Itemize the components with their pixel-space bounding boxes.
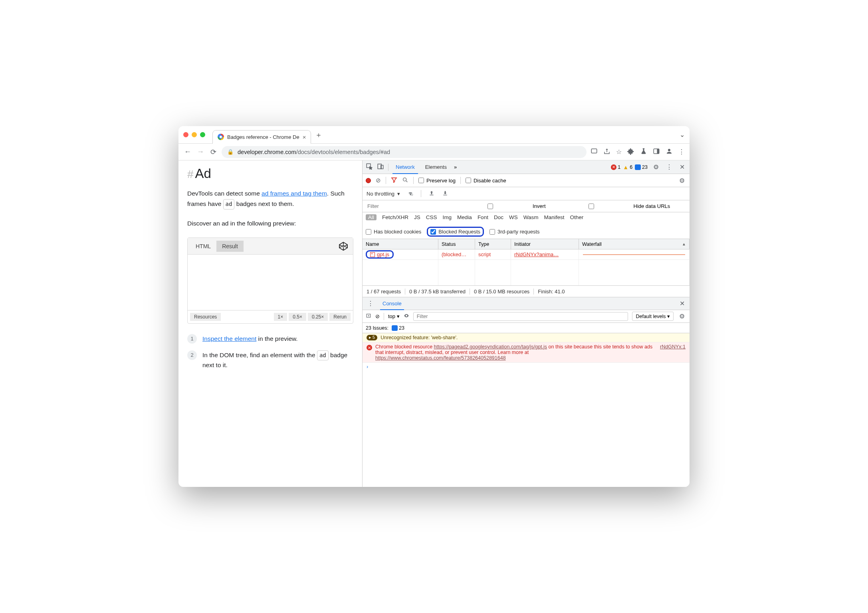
tabs-chevron-down-icon[interactable]: ⌄ bbox=[680, 131, 685, 138]
filter-wasm[interactable]: Wasm bbox=[523, 214, 539, 220]
network-settings-icon[interactable]: ⚙ bbox=[678, 177, 686, 184]
extensions-puzzle-icon[interactable] bbox=[627, 148, 634, 156]
settings-gear-icon[interactable]: ⚙ bbox=[652, 163, 660, 171]
sidepanel-icon[interactable] bbox=[653, 148, 660, 156]
filter-img[interactable]: Img bbox=[443, 214, 452, 220]
console-menu-icon[interactable]: ⋮ bbox=[366, 300, 375, 307]
context-select[interactable]: top ▾ bbox=[388, 313, 400, 319]
devtools-menu-icon[interactable]: ⋮ bbox=[664, 163, 674, 171]
blocked-cookies-checkbox[interactable]: Has blocked cookies bbox=[366, 229, 421, 235]
codepen-tab-result[interactable]: Result bbox=[216, 241, 244, 252]
col-status[interactable]: Status bbox=[438, 239, 475, 249]
error-source-link[interactable]: rNdGNYx:1 bbox=[660, 344, 686, 361]
console-prompt[interactable]: › bbox=[363, 363, 690, 371]
col-type[interactable]: Type bbox=[475, 239, 511, 249]
blocked-requests-checkbox[interactable]: Blocked Requests bbox=[430, 229, 480, 235]
filter-all[interactable]: All bbox=[366, 214, 377, 220]
hash-anchor-icon[interactable]: # bbox=[187, 168, 194, 181]
live-expression-eye-icon[interactable] bbox=[404, 313, 409, 320]
console-error-row[interactable]: ✕ Chrome blocked resource https://pagead… bbox=[363, 342, 690, 363]
maximize-window-button[interactable] bbox=[200, 132, 205, 137]
inspect-element-icon[interactable] bbox=[366, 163, 373, 171]
invert-checkbox[interactable]: Invert bbox=[450, 203, 546, 209]
url-bar[interactable]: 🔒 developer.chrome.com/docs/devtools/ele… bbox=[222, 146, 587, 158]
filter-doc[interactable]: Doc bbox=[494, 214, 503, 220]
warning-expand-badge[interactable]: ▸ 5 bbox=[367, 335, 377, 340]
codepen-zoom-05x[interactable]: 0.5× bbox=[289, 313, 306, 321]
filter-fetch[interactable]: Fetch/XHR bbox=[382, 214, 408, 220]
minimize-window-button[interactable] bbox=[192, 132, 197, 137]
blocked-resource-link[interactable]: https://pagead2.googlesyndication.com/ta… bbox=[434, 344, 547, 350]
codepen-zoom-1x[interactable]: 1× bbox=[274, 313, 287, 321]
disable-cache-checkbox[interactable]: Disable cache bbox=[466, 178, 506, 184]
col-waterfall[interactable]: Waterfall▲ bbox=[579, 239, 690, 249]
upload-icon[interactable] bbox=[428, 190, 435, 198]
inspect-element-link[interactable]: Inspect the element bbox=[202, 335, 256, 342]
menu-kebab-icon[interactable]: ⋮ bbox=[678, 148, 685, 156]
console-sidebar-toggle-icon[interactable] bbox=[366, 313, 371, 320]
console-filter-input[interactable] bbox=[413, 312, 628, 321]
device-toggle-icon[interactable] bbox=[377, 163, 384, 171]
warning-count[interactable]: ▲6 bbox=[623, 164, 632, 170]
codepen-rerun-button[interactable]: Rerun bbox=[329, 313, 351, 321]
filter-manifest[interactable]: Manifest bbox=[544, 214, 564, 220]
labs-flask-icon[interactable] bbox=[640, 148, 647, 156]
share-icon[interactable] bbox=[603, 148, 610, 156]
filter-css[interactable]: CSS bbox=[426, 214, 437, 220]
network-filter-input[interactable] bbox=[365, 202, 445, 210]
filter-ws[interactable]: WS bbox=[509, 214, 518, 220]
close-drawer-button[interactable]: ✕ bbox=[678, 300, 686, 307]
filter-other[interactable]: Other bbox=[570, 214, 583, 220]
clear-button[interactable]: ⊘ bbox=[376, 177, 381, 184]
forward-button[interactable]: → bbox=[196, 148, 205, 156]
clear-console-icon[interactable]: ⊘ bbox=[375, 313, 380, 319]
request-initiator-link[interactable]: rNdGNYx?anima… bbox=[511, 249, 579, 259]
filter-font[interactable]: Font bbox=[478, 214, 488, 220]
issues-count[interactable]: 23 bbox=[392, 325, 404, 331]
preserve-log-checkbox[interactable]: Preserve log bbox=[418, 178, 456, 184]
levels-value: Default levels bbox=[636, 314, 666, 319]
message-count[interactable]: 23 bbox=[635, 164, 648, 170]
filter-media[interactable]: Media bbox=[457, 214, 472, 220]
close-window-button[interactable] bbox=[183, 132, 188, 137]
filter-js[interactable]: JS bbox=[414, 214, 420, 220]
download-icon[interactable] bbox=[442, 190, 448, 198]
throttling-select[interactable]: No throttling ▾ bbox=[367, 191, 400, 197]
error-count-value: 1 bbox=[618, 164, 620, 170]
more-tabs-chevron-icon[interactable]: » bbox=[454, 164, 457, 170]
hide-urls-checkbox[interactable]: Hide data URLs bbox=[551, 203, 670, 209]
new-tab-button[interactable]: ＋ bbox=[315, 130, 322, 140]
codepen-embed: HTML Result Resources 1× 0.5× 0.25× Reru… bbox=[187, 237, 353, 324]
tab-elements[interactable]: Elements bbox=[422, 160, 450, 174]
reload-button[interactable]: ⟳ bbox=[209, 148, 218, 156]
col-initiator[interactable]: Initiator bbox=[511, 239, 579, 249]
profile-avatar-icon[interactable] bbox=[666, 148, 673, 156]
bookmark-star-icon[interactable]: ☆ bbox=[616, 148, 622, 156]
close-devtools-button[interactable]: ✕ bbox=[678, 163, 686, 171]
network-row[interactable]: gpt.js (blocked… script rNdGNYx?anima… bbox=[363, 249, 690, 260]
ad-frames-link[interactable]: ad frames and tag them bbox=[262, 190, 327, 197]
console-warning-row[interactable]: ▸ 5 Unrecognized feature: 'web-share'. bbox=[363, 333, 690, 342]
browser-tab[interactable]: Badges reference - Chrome De × bbox=[212, 130, 311, 144]
codepen-result-frame[interactable] bbox=[188, 255, 353, 310]
search-icon[interactable] bbox=[402, 177, 408, 184]
codepen-resources-button[interactable]: Resources bbox=[190, 313, 221, 321]
codepen-logo-icon[interactable] bbox=[339, 241, 348, 251]
codepen-zoom-025x[interactable]: 0.25× bbox=[308, 313, 328, 321]
install-app-icon[interactable] bbox=[591, 148, 598, 156]
close-tab-button[interactable]: × bbox=[303, 134, 306, 140]
console-tab[interactable]: Console bbox=[380, 298, 404, 310]
learn-more-link[interactable]: https://www.chromestatus.com/feature/573… bbox=[375, 355, 506, 361]
tab-network[interactable]: Network bbox=[392, 161, 418, 174]
record-button[interactable] bbox=[366, 178, 371, 183]
console-settings-icon[interactable]: ⚙ bbox=[678, 312, 686, 320]
back-button[interactable]: ← bbox=[183, 148, 192, 156]
col-name[interactable]: Name bbox=[363, 239, 438, 249]
log-levels-select[interactable]: Default levels ▾ bbox=[632, 312, 674, 321]
error-count[interactable]: ✕1 bbox=[611, 164, 620, 170]
filter-funnel-icon[interactable] bbox=[391, 177, 397, 184]
step-2: In the DOM tree, find an element with th… bbox=[187, 350, 353, 370]
codepen-tab-html[interactable]: HTML bbox=[190, 241, 216, 252]
third-party-checkbox[interactable]: 3rd-party requests bbox=[489, 229, 540, 235]
wifi-icon[interactable] bbox=[407, 190, 414, 198]
